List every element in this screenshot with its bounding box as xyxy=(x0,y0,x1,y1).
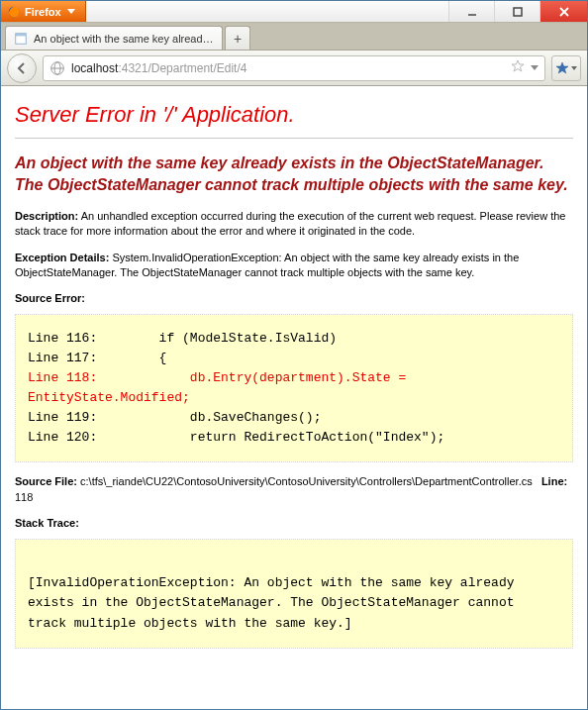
chevron-down-icon[interactable] xyxy=(531,65,539,70)
arrow-left-icon xyxy=(15,61,29,75)
svg-rect-6 xyxy=(16,33,27,36)
chevron-down-icon xyxy=(571,66,577,70)
source-file-info: Source File: c:\tfs\_riande\CU22\Contoso… xyxy=(15,474,573,505)
chevron-down-icon xyxy=(67,9,75,14)
divider xyxy=(15,138,573,139)
bookmarks-menu-button[interactable] xyxy=(551,55,581,81)
error-description: Description: An unhandled exception occu… xyxy=(15,209,573,239)
tab-label: An object with the same key already exis… xyxy=(34,33,214,45)
page-favicon-icon xyxy=(14,32,28,46)
titlebar-spacer[interactable] xyxy=(86,1,448,22)
tab-strip: An object with the same key already exis… xyxy=(1,23,587,51)
stack-trace-box: [InvalidOperationException: An object wi… xyxy=(15,539,573,649)
bookmark-filled-icon xyxy=(555,61,569,75)
window-titlebar: Firefox xyxy=(1,1,587,23)
app-menu-button[interactable]: Firefox xyxy=(1,1,86,22)
firefox-icon xyxy=(7,5,21,19)
source-error-label: Source Error: xyxy=(15,292,573,304)
close-button[interactable] xyxy=(539,1,587,22)
error-subheading: An object with the same key already exis… xyxy=(15,152,573,195)
error-heading: Server Error in '/' Application. xyxy=(15,102,573,128)
navigation-toolbar: localhost:4321/Department/Edit/4 xyxy=(1,51,587,86)
svg-rect-2 xyxy=(514,8,522,16)
stack-trace-label: Stack Trace: xyxy=(15,517,573,529)
maximize-button[interactable] xyxy=(494,1,539,22)
app-menu-label: Firefox xyxy=(25,6,61,18)
minimize-button[interactable] xyxy=(448,1,494,22)
window-controls xyxy=(448,1,587,22)
exception-details: Exception Details: System.InvalidOperati… xyxy=(15,251,573,280)
source-error-code: Line 116: if (ModelState.IsValid) Line 1… xyxy=(15,314,573,463)
bookmark-star-button[interactable] xyxy=(511,59,525,77)
new-tab-button[interactable]: + xyxy=(225,26,250,50)
back-button[interactable] xyxy=(7,53,37,83)
url-text: localhost:4321/Department/Edit/4 xyxy=(71,61,505,75)
tab-active[interactable]: An object with the same key already exis… xyxy=(5,26,223,50)
plus-icon: + xyxy=(234,31,242,47)
page-content: Server Error in '/' Application. An obje… xyxy=(1,86,587,709)
globe-icon xyxy=(49,60,65,76)
url-bar[interactable]: localhost:4321/Department/Edit/4 xyxy=(43,55,545,81)
